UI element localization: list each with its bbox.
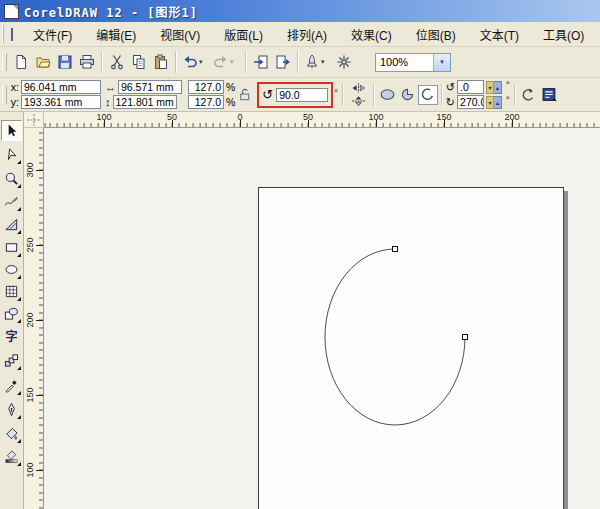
freehand-tool[interactable]	[1, 191, 22, 212]
spin-down-icon[interactable]: ▾	[486, 96, 494, 109]
app-icon[interactable]	[4, 4, 19, 19]
arc-end-node[interactable]	[463, 335, 468, 340]
copy-button[interactable]	[128, 51, 150, 73]
interactive-fill-tool-icon	[4, 449, 19, 464]
ruler-origin[interactable]	[24, 112, 44, 128]
chevron-down-icon[interactable]: ▾	[321, 58, 325, 66]
toolbar-grip[interactable]	[2, 53, 7, 71]
wrap-paragraph-icon	[541, 86, 558, 103]
toolbar-grip[interactable]	[2, 25, 4, 43]
menu-window[interactable]: 窗口	[596, 23, 600, 46]
menu-file[interactable]: 文件(F)	[21, 23, 84, 46]
rotation-angle-field[interactable]: 90.0	[276, 88, 328, 102]
menu-bitmaps[interactable]: 位图(B)	[404, 23, 468, 46]
hruler-label: 50	[303, 112, 313, 122]
undo-button[interactable]: ▾	[180, 51, 211, 73]
cut-button[interactable]	[106, 51, 128, 73]
y-position-field[interactable]: 193.361 mm	[21, 95, 101, 109]
arc-shape-icon	[419, 86, 436, 103]
chevron-down-icon[interactable]: ▾	[230, 58, 234, 66]
menu-text[interactable]: 文本(T)	[468, 23, 531, 46]
chevron-down-icon[interactable]: ▾	[199, 58, 203, 66]
horizontal-ruler[interactable]: 10050050100150200	[44, 112, 600, 128]
export-button[interactable]	[272, 51, 294, 73]
outline-tool[interactable]	[1, 399, 22, 420]
vruler-label: 300	[25, 162, 35, 177]
rectangle-tool[interactable]	[1, 237, 22, 258]
document-mdi-icon[interactable]	[11, 28, 13, 41]
arc-direction-icon	[520, 87, 536, 103]
menu-tools[interactable]: 工具(O)	[531, 23, 596, 46]
interactive-fill-tool[interactable]	[1, 446, 22, 467]
nonproportional-lock-button[interactable]	[235, 83, 253, 107]
toolbar-grip[interactable]	[2, 86, 7, 104]
vertical-ruler[interactable]: 300250200150100	[24, 128, 44, 509]
save-button[interactable]	[54, 51, 76, 73]
object-width-field[interactable]: 96.571 mm	[118, 80, 182, 94]
arc-start-angle-icon: ↺	[446, 82, 455, 93]
degree-sign: °	[506, 95, 510, 105]
graph-paper-tool-icon	[4, 284, 19, 299]
ellipse-tool[interactable]	[1, 259, 22, 280]
outline-tool-icon	[4, 402, 19, 417]
arc-end-spinner[interactable]: ▾▴	[486, 96, 503, 109]
title-bar[interactable]: CorelDRAW 12 - [图形1]	[0, 0, 600, 22]
menu-edit[interactable]: 编辑(E)	[84, 23, 148, 46]
mirror-horizontal-button[interactable]	[349, 82, 368, 94]
arc-object[interactable]	[325, 249, 465, 425]
interactive-blend-tool[interactable]	[1, 350, 22, 371]
object-height-field[interactable]: 121.801 mm	[113, 95, 177, 109]
x-position-field[interactable]: 96.041 mm	[21, 80, 101, 94]
paste-button[interactable]	[150, 51, 172, 73]
smart-drawing-tool[interactable]	[1, 214, 22, 235]
hruler-label: 100	[368, 112, 383, 122]
export-icon	[275, 54, 291, 70]
text-tool[interactable]: 字	[1, 326, 22, 347]
pick-tool[interactable]	[1, 120, 22, 141]
redo-button[interactable]: ▾	[211, 51, 242, 73]
shape-tool[interactable]	[1, 144, 22, 165]
fill-tool[interactable]	[1, 423, 22, 444]
zoom-level-combo[interactable]: 100% ▾	[375, 53, 451, 72]
zoom-tool[interactable]	[1, 168, 22, 189]
arc-start-angle-field[interactable]: .0	[457, 80, 484, 94]
ruler-origin-icon	[27, 114, 41, 126]
application-launcher-button[interactable]: ▾	[302, 51, 333, 73]
rotation-highlight-box: ↺ 90.0	[257, 82, 333, 108]
fill-tool-icon	[4, 426, 19, 441]
arc-start-node[interactable]	[393, 247, 398, 252]
scale-h-field[interactable]: 127.0	[188, 80, 224, 94]
wrap-paragraph-button[interactable]	[541, 83, 559, 107]
zoom-combo-dropdown[interactable]: ▾	[433, 54, 450, 71]
arc-end-angle-field[interactable]: 270.0	[457, 95, 484, 109]
basic-shapes-tool[interactable]	[1, 303, 22, 324]
menu-view[interactable]: 视图(V)	[148, 23, 212, 46]
arc-direction-button[interactable]	[519, 83, 537, 107]
menu-effects[interactable]: 效果(C)	[339, 23, 404, 46]
print-button[interactable]	[76, 51, 98, 73]
save-icon	[57, 54, 73, 70]
spin-up-icon[interactable]: ▴	[494, 96, 502, 109]
spin-up-icon[interactable]: ▴	[494, 81, 502, 94]
arc-end-angle-icon: ↻	[446, 97, 455, 108]
scale-v-field[interactable]: 127.0	[188, 95, 224, 109]
menu-layout[interactable]: 版面(L)	[212, 23, 275, 46]
ellipse-shape-button[interactable]	[378, 85, 398, 105]
copy-icon	[131, 54, 147, 70]
freehand-tool-icon	[4, 194, 19, 209]
arc-shape-button[interactable]	[418, 85, 438, 105]
mirror-vertical-button[interactable]	[349, 95, 368, 107]
spin-down-icon[interactable]: ▾	[486, 81, 494, 94]
corel-online-button[interactable]	[333, 51, 355, 73]
eyedropper-tool[interactable]	[1, 375, 22, 396]
open-button[interactable]	[32, 51, 54, 73]
drawing-area[interactable]	[44, 128, 600, 509]
arc-start-spinner[interactable]: ▾▴	[486, 81, 503, 94]
import-button[interactable]	[250, 51, 272, 73]
rectangle-tool-icon	[4, 240, 19, 255]
new-document-button[interactable]	[10, 51, 32, 73]
graph-paper-tool[interactable]	[1, 281, 22, 302]
pie-shape-button[interactable]	[398, 85, 418, 105]
undo-icon	[182, 54, 198, 70]
menu-arrange[interactable]: 排列(A)	[275, 23, 339, 46]
